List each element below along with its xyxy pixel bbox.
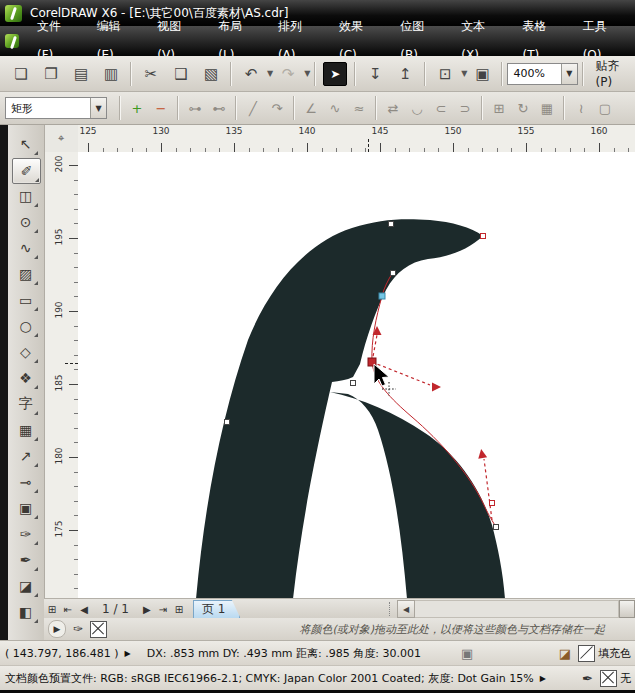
path-node[interactable]	[389, 222, 394, 227]
ruler-origin[interactable]: ⌖	[44, 125, 79, 153]
zoom-level-combo[interactable]: 400% ▼	[507, 63, 577, 85]
start-node[interactable]	[379, 293, 385, 299]
save-icon[interactable]: ▤	[69, 62, 93, 86]
horizontal-ruler[interactable]: 125130135140145150155160	[78, 125, 635, 153]
break-curve-icon[interactable]: ⊷	[209, 98, 229, 118]
path-node-red[interactable]	[481, 234, 486, 239]
app-launcher-icon-dropdown[interactable]: ▼	[461, 69, 467, 78]
path-node-red[interactable]	[490, 501, 495, 506]
add-page-icon-end[interactable]: ⊞	[171, 604, 187, 615]
cusp-node-icon[interactable]: ∠	[301, 98, 321, 118]
path-node[interactable]	[494, 525, 499, 530]
pick-tool[interactable]: ↖	[12, 132, 39, 156]
zoom-tool[interactable]: ⊙	[12, 210, 39, 234]
text-tool-icon: 字	[19, 395, 33, 413]
blend-tool[interactable]: ▣	[12, 496, 39, 520]
freehand-tool[interactable]: ∿	[12, 236, 39, 260]
dimension-tool[interactable]: ↗	[12, 444, 39, 468]
coords-expander-icon[interactable]: ▶	[125, 649, 131, 658]
hruler-label: 155	[517, 126, 534, 136]
color-eyedropper-tool[interactable]: ✑	[12, 522, 39, 546]
preset-combo[interactable]: 矩形 ▼	[5, 97, 107, 119]
ellipse-tool[interactable]: ○	[12, 314, 39, 338]
app-launcher-icon[interactable]: ⊡	[433, 62, 457, 86]
delete-node-icon[interactable]: −	[151, 98, 171, 118]
profile-expander-icon[interactable]: ▶	[540, 674, 546, 683]
smooth-node-icon[interactable]: ∿	[325, 98, 345, 118]
text-tool[interactable]: 字	[12, 392, 39, 416]
scrollbar-track[interactable]	[415, 600, 619, 618]
fill-color-label: 填充色	[598, 646, 631, 661]
convert-to-curve-icon[interactable]: ↷	[267, 98, 287, 118]
add-node-icon[interactable]: +	[127, 98, 147, 118]
preset-combo-arrow-icon[interactable]: ▼	[90, 98, 106, 118]
rotate-nodes-icon[interactable]: ↻	[513, 98, 533, 118]
pick-tool-icon: ↖	[20, 136, 32, 152]
fill-color-swatch[interactable]	[578, 645, 595, 662]
align-nodes-icon[interactable]: ▦	[537, 98, 557, 118]
export-icon[interactable]: ↥	[393, 62, 417, 86]
paste-icon[interactable]: ▧	[199, 62, 223, 86]
join-nodes-icon[interactable]: ⊶	[185, 98, 205, 118]
redo-icon[interactable]: ↷	[276, 62, 300, 86]
no-color-swatch[interactable]	[90, 621, 107, 638]
drawing-canvas[interactable]	[78, 152, 635, 598]
cut-icon[interactable]: ✂	[139, 62, 163, 86]
control-handle-arrow[interactable]	[432, 383, 441, 392]
basic-shapes-tool[interactable]: ❖	[12, 366, 39, 390]
redo-icon-dropdown[interactable]: ▼	[304, 69, 310, 78]
coreldraw-app-icon	[5, 5, 22, 22]
open-icon[interactable]: ❐	[39, 62, 63, 86]
cursor-x-guide	[368, 139, 370, 152]
polygon-tool[interactable]: ◇	[12, 340, 39, 364]
reverse-direction-icon[interactable]: ⇄	[383, 98, 403, 118]
copy-icon[interactable]: ❑	[169, 62, 193, 86]
first-page-icon[interactable]: ⇤	[60, 604, 76, 615]
zoom-combo-arrow-icon[interactable]: ▼	[561, 64, 577, 84]
prev-page-icon[interactable]: ◀	[76, 604, 92, 615]
outline-color-swatch[interactable]	[600, 670, 617, 687]
import-icon[interactable]: ↧	[363, 62, 387, 86]
path-node[interactable]	[391, 271, 396, 276]
control-handle-arrow[interactable]	[477, 448, 487, 458]
table-tool[interactable]: ▦	[12, 418, 39, 442]
object-info-icon[interactable]: ▣	[461, 646, 473, 661]
convert-to-line-icon[interactable]: ╱	[243, 98, 263, 118]
connector-tool[interactable]: ⊸	[12, 470, 39, 494]
interactive-fill-tool[interactable]: ◧	[12, 600, 39, 624]
rectangle-tool[interactable]: ▭	[12, 288, 39, 312]
close-curve-icon[interactable]: ◡	[407, 98, 427, 118]
snap-button[interactable]: 贴齐(P)	[588, 56, 635, 91]
stretch-nodes-icon[interactable]: ⊞	[489, 98, 509, 118]
next-page-icon[interactable]: ▶	[139, 604, 155, 615]
toolbar-separator	[130, 62, 132, 86]
path-node[interactable]	[225, 420, 230, 425]
undo-icon[interactable]: ↶	[239, 62, 263, 86]
select-all-nodes-icon[interactable]: ▢	[595, 98, 615, 118]
scrollbar-thumb[interactable]	[619, 600, 635, 618]
search-content-icon[interactable]: ➤	[323, 62, 347, 86]
new-document-icon[interactable]: ❏	[9, 62, 33, 86]
palette-eyedropper-icon[interactable]: ✑	[70, 621, 86, 637]
extract-subpath-icon[interactable]: ⊂	[431, 98, 451, 118]
extend-curve-icon[interactable]: ⊃	[455, 98, 475, 118]
welcome-screen-icon[interactable]: ▣	[470, 62, 494, 86]
fill-tool[interactable]: ◪	[12, 574, 39, 598]
path-node[interactable]	[351, 381, 356, 386]
elastic-mode-icon[interactable]: ≀	[571, 98, 591, 118]
undo-icon-dropdown[interactable]: ▼	[267, 69, 273, 78]
outline-pen-tool[interactable]: ✒	[12, 548, 39, 572]
toolbar-separator	[501, 62, 503, 86]
add-page-icon[interactable]: ⊞	[44, 604, 60, 615]
symmetric-node-icon[interactable]: ≈	[349, 98, 369, 118]
scroll-left-icon[interactable]: ◀	[397, 600, 415, 618]
smart-fill-tool[interactable]: ▨	[12, 262, 39, 286]
print-icon[interactable]: ▥	[99, 62, 123, 86]
page-tab[interactable]: 页 1	[193, 600, 240, 618]
crop-tool[interactable]: ◫	[12, 184, 39, 208]
last-page-icon[interactable]: ⇥	[155, 604, 171, 615]
shape-tool[interactable]: ✐	[12, 158, 41, 184]
vertical-ruler[interactable]: 200195190185180175	[44, 152, 79, 598]
horizontal-scrollbar[interactable]: ◀	[389, 600, 635, 618]
palette-flyout-icon[interactable]: ▶	[48, 620, 66, 638]
